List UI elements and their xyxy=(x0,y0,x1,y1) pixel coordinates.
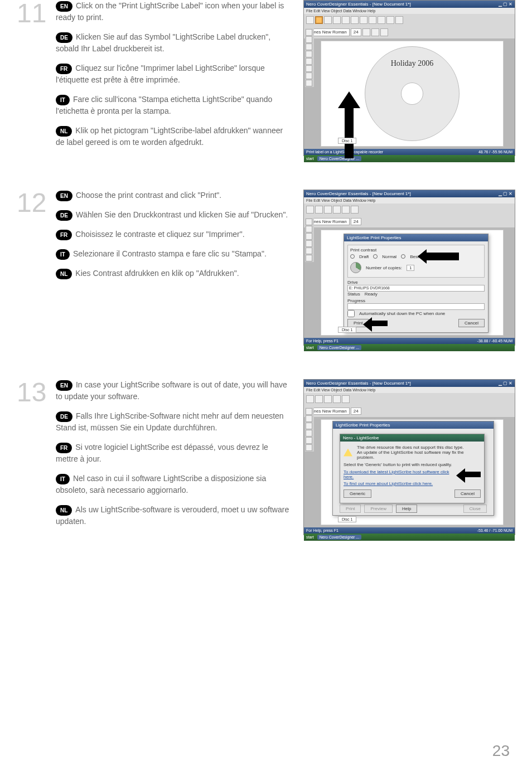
toolbar-icon[interactable] xyxy=(324,206,332,214)
print-lightscribe-icon[interactable] xyxy=(315,395,323,403)
window-controls[interactable]: ▁ ▢ ✕ xyxy=(499,381,512,386)
toolbar-icon[interactable] xyxy=(378,16,385,24)
window-controls[interactable]: ▁ ▢ ✕ xyxy=(499,191,512,196)
redo-icon[interactable] xyxy=(351,206,359,214)
taskbar[interactable]: start Nero CoverDesigner ... xyxy=(304,344,515,351)
instruction-fr: Choisissez le contraste et cliquez sur "… xyxy=(75,230,244,239)
progress-bar xyxy=(347,303,485,310)
redo-icon[interactable] xyxy=(369,16,376,24)
tool-icon[interactable] xyxy=(306,415,312,422)
instruction-fr: Si votre logiciel LightScribe est dépass… xyxy=(56,443,268,463)
start-button[interactable]: start xyxy=(306,346,314,350)
toolbar-icon[interactable] xyxy=(324,395,332,403)
step-text: ENIn case your LightScribe software is o… xyxy=(56,379,303,535)
step-text: ENChoose the print contrast and click "P… xyxy=(56,190,303,346)
tool-icon[interactable] xyxy=(306,226,312,232)
toolbar-icon[interactable] xyxy=(386,16,394,24)
undo-icon[interactable] xyxy=(360,16,367,24)
italic-icon[interactable] xyxy=(371,28,379,36)
help-button[interactable]: Help xyxy=(396,505,417,513)
toolbar-icon[interactable] xyxy=(395,16,403,24)
tool-icon[interactable] xyxy=(306,58,312,65)
font-size-select[interactable]: 24 xyxy=(351,28,361,36)
tool-icon[interactable] xyxy=(306,233,312,240)
toolbar-icon[interactable] xyxy=(351,16,359,24)
taskbar[interactable]: start Nero CoverDesigner ... xyxy=(304,534,515,541)
canvas[interactable]: LightScribe Print Properties Print contr… xyxy=(321,230,504,336)
instruction-en: In case your LightScribe software is out… xyxy=(56,380,287,401)
underline-icon[interactable] xyxy=(380,28,388,36)
font-size-select[interactable]: 24 xyxy=(351,408,361,415)
bold-icon[interactable] xyxy=(362,28,370,36)
tool-icon[interactable] xyxy=(306,51,312,57)
cancel-button[interactable]: Cancel xyxy=(458,319,485,327)
radio-draft[interactable] xyxy=(350,254,355,259)
toolbar-icon[interactable] xyxy=(324,16,332,24)
lang-badge-nl: NL xyxy=(56,505,72,516)
disc-label[interactable]: Holiday 2006 xyxy=(365,46,460,141)
start-button[interactable]: start xyxy=(306,157,314,161)
radio-best[interactable] xyxy=(401,254,405,259)
menubar[interactable]: File Edit View Object Data Window Help xyxy=(304,8,515,14)
drive-select[interactable]: E: PHILIPS DVDR1668 xyxy=(347,285,485,292)
radio-normal[interactable] xyxy=(373,254,378,259)
side-toolbar[interactable] xyxy=(305,408,314,452)
tool-icon[interactable] xyxy=(306,408,312,415)
tool-icon[interactable] xyxy=(306,80,312,86)
save-icon[interactable] xyxy=(306,395,314,403)
shape-tool-icon[interactable] xyxy=(306,43,312,50)
save-icon[interactable] xyxy=(306,16,314,24)
tool-icon[interactable] xyxy=(306,240,312,247)
tool-icon[interactable] xyxy=(306,255,312,261)
tool-icon[interactable] xyxy=(306,430,312,437)
auto-close-checkbox[interactable] xyxy=(347,310,355,317)
window-title: Nero CoverDesigner Essentials - [New Doc… xyxy=(306,2,411,7)
lang-badge-de: DE xyxy=(56,411,72,422)
canvas[interactable]: LightScribe Print Properties Nero - Ligh… xyxy=(321,419,504,525)
toolbar-icon[interactable] xyxy=(333,206,341,214)
tool-icon[interactable] xyxy=(306,248,312,254)
taskbar-app[interactable]: Nero CoverDesigner ... xyxy=(317,345,362,350)
format-toolbar[interactable]: Times New Roman 24 xyxy=(304,26,515,38)
cancel-button[interactable]: Cancel xyxy=(454,489,481,498)
generic-button[interactable]: Generic xyxy=(344,489,371,498)
window-controls[interactable]: ▁ ▢ ✕ xyxy=(499,2,512,7)
menubar[interactable]: File Edit View Object Data Window Help xyxy=(304,387,515,393)
toolbar[interactable] xyxy=(304,14,515,26)
font-size-select[interactable]: 24 xyxy=(351,218,361,225)
redo-icon[interactable] xyxy=(342,395,350,403)
start-button[interactable]: start xyxy=(306,535,314,539)
canvas[interactable]: Holiday 2006 Disc 1 xyxy=(321,41,504,147)
tool-icon[interactable] xyxy=(306,437,312,444)
taskbar-app[interactable]: Nero CoverDesigner ... xyxy=(317,535,362,540)
menubar[interactable]: File Edit View Object Data Window Help xyxy=(304,197,515,203)
text-tool-icon[interactable] xyxy=(306,36,312,43)
tool-icon[interactable] xyxy=(306,72,312,79)
save-icon[interactable] xyxy=(306,206,314,214)
window-titlebar: Nero CoverDesigner Essentials - [New Doc… xyxy=(304,190,515,197)
print-lightscribe-icon[interactable] xyxy=(315,16,323,24)
undo-icon[interactable] xyxy=(342,206,350,214)
disc-tab[interactable]: Disc 1 xyxy=(338,327,356,333)
taskbar[interactable]: start Nero CoverDesigner ... xyxy=(304,155,515,162)
tool-icon[interactable] xyxy=(306,65,312,72)
tool-icon[interactable] xyxy=(306,423,312,429)
copies-input[interactable]: 1 xyxy=(407,265,414,271)
download-link[interactable]: To download the latest LightScribe host … xyxy=(344,469,460,479)
undo-icon[interactable] xyxy=(333,395,341,403)
outer-dialog-title: LightScribe Print Properties xyxy=(333,421,494,429)
format-toolbar[interactable]: Times New Roman 24 xyxy=(304,216,515,227)
toolbar-icon[interactable] xyxy=(342,16,350,24)
toolbar[interactable] xyxy=(304,393,515,405)
disc-tab[interactable]: Disc 1 xyxy=(338,516,356,522)
select-tool-icon[interactable] xyxy=(306,29,312,36)
tool-icon[interactable] xyxy=(306,219,312,225)
print-lightscribe-icon[interactable] xyxy=(315,206,323,214)
format-toolbar[interactable]: Times New Roman 24 xyxy=(304,405,515,417)
tool-icon[interactable] xyxy=(306,444,312,451)
side-toolbar[interactable] xyxy=(305,218,314,262)
side-toolbar[interactable] xyxy=(305,28,314,87)
disc-tab[interactable]: Disc 1 xyxy=(338,138,356,144)
toolbar[interactable] xyxy=(304,203,515,216)
toolbar-icon[interactable] xyxy=(333,16,341,24)
